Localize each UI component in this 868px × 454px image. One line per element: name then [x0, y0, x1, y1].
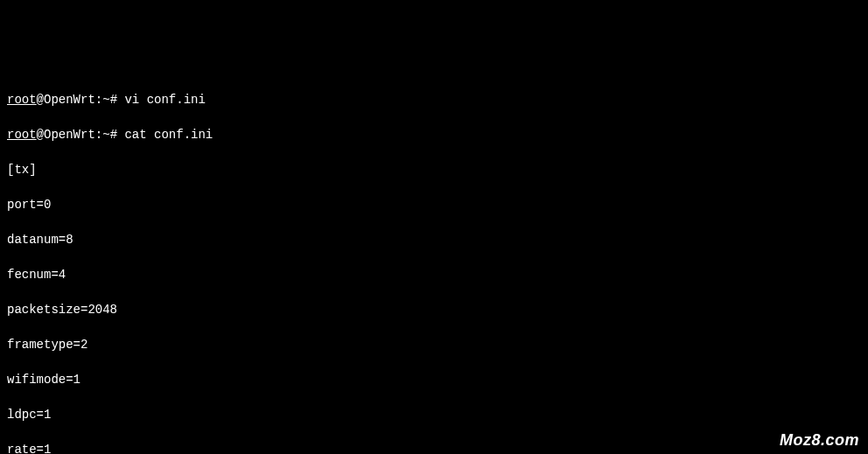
command-vi: vi conf.ini [124, 93, 205, 107]
watermark: Moz8.com [780, 431, 859, 449]
command-cat: cat conf.ini [124, 128, 213, 142]
prompt-at: @ [37, 93, 44, 107]
conf-fecnum: fecnum=4 [7, 266, 861, 283]
terminal[interactable]: root@OpenWrt:~# vi conf.ini root@OpenWrt… [7, 73, 861, 454]
conf-port: port=0 [7, 196, 861, 213]
prompt-line-vi: root@OpenWrt:~# vi conf.ini [7, 91, 861, 108]
prompt-colon: : [95, 93, 102, 107]
conf-rate: rate=1 [7, 441, 861, 454]
conf-wifimode: wifimode=1 [7, 371, 861, 388]
prompt-at: @ [37, 128, 44, 142]
conf-frametype: frametype=2 [7, 336, 861, 353]
prompt-user: root [7, 93, 37, 107]
prompt-symbol: # [110, 128, 125, 142]
prompt-host: OpenWrt [44, 93, 95, 107]
prompt-tilde: ~ [102, 93, 109, 107]
prompt-symbol: # [110, 93, 125, 107]
prompt-user: root [7, 128, 37, 142]
prompt-line-cat: root@OpenWrt:~# cat conf.ini [7, 126, 861, 143]
prompt-host: OpenWrt [44, 128, 95, 142]
conf-datanum: datanum=8 [7, 231, 861, 248]
conf-ldpc: ldpc=1 [7, 406, 861, 423]
prompt-colon: : [95, 128, 102, 142]
prompt-tilde: ~ [102, 128, 109, 142]
conf-section: [tx] [7, 161, 861, 178]
conf-packetsize: packetsize=2048 [7, 301, 861, 318]
